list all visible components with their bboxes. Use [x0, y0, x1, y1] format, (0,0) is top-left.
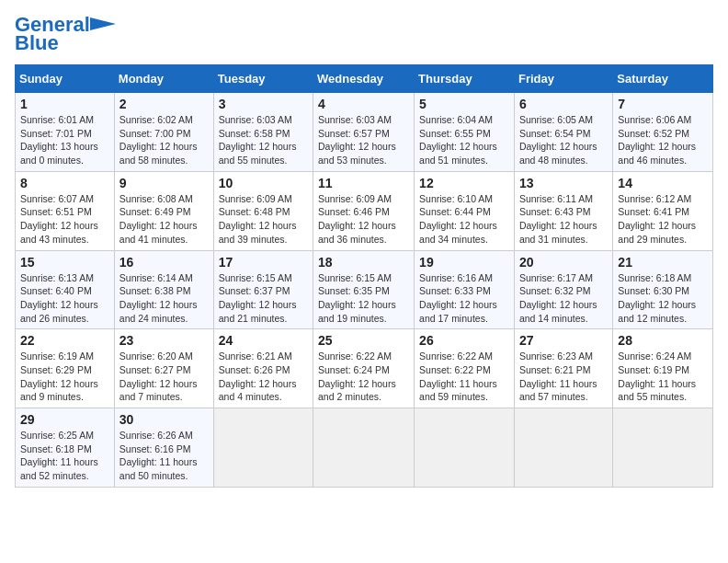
calendar-cell: 27Sunrise: 6:23 AMSunset: 6:21 PMDayligh… — [514, 329, 612, 408]
day-info: Sunrise: 6:20 AMSunset: 6:27 PMDaylight:… — [119, 350, 209, 404]
calendar-cell: 21Sunrise: 6:18 AMSunset: 6:30 PMDayligh… — [613, 250, 713, 329]
day-number: 19 — [419, 255, 509, 270]
calendar-cell: 23Sunrise: 6:20 AMSunset: 6:27 PMDayligh… — [114, 329, 213, 408]
day-number: 8 — [20, 176, 109, 190]
calendar-cell: 25Sunrise: 6:22 AMSunset: 6:24 PMDayligh… — [313, 329, 415, 408]
calendar-cell: 6Sunrise: 6:05 AMSunset: 6:54 PMDaylight… — [514, 93, 612, 172]
calendar-cell: 26Sunrise: 6:22 AMSunset: 6:22 PMDayligh… — [415, 329, 515, 408]
day-info: Sunrise: 6:02 AMSunset: 7:00 PMDaylight:… — [119, 113, 209, 167]
day-info: Sunrise: 6:26 AMSunset: 6:16 PMDaylight:… — [119, 429, 209, 483]
day-number: 4 — [318, 97, 409, 111]
day-number: 13 — [519, 176, 608, 190]
day-info: Sunrise: 6:08 AMSunset: 6:49 PMDaylight:… — [119, 192, 209, 247]
day-info: Sunrise: 6:25 AMSunset: 6:18 PMDaylight:… — [20, 429, 109, 483]
calendar-week-1: 8Sunrise: 6:07 AMSunset: 6:51 PMDaylight… — [16, 171, 713, 250]
calendar-cell: 24Sunrise: 6:21 AMSunset: 6:26 PMDayligh… — [213, 329, 313, 408]
calendar-cell: 28Sunrise: 6:24 AMSunset: 6:19 PMDayligh… — [613, 329, 713, 408]
day-info: Sunrise: 6:22 AMSunset: 6:24 PMDaylight:… — [318, 350, 409, 404]
day-number: 16 — [119, 255, 209, 270]
day-info: Sunrise: 6:06 AMSunset: 6:52 PMDaylight:… — [618, 113, 708, 167]
day-number: 27 — [519, 333, 608, 348]
day-number: 1 — [20, 97, 109, 111]
calendar-cell — [415, 408, 515, 488]
day-info: Sunrise: 6:22 AMSunset: 6:22 PMDaylight:… — [419, 350, 509, 404]
calendar-cell: 30Sunrise: 6:26 AMSunset: 6:16 PMDayligh… — [114, 408, 213, 488]
day-info: Sunrise: 6:17 AMSunset: 6:32 PMDaylight:… — [519, 271, 608, 326]
calendar-week-2: 15Sunrise: 6:13 AMSunset: 6:40 PMDayligh… — [16, 250, 713, 329]
header-saturday: Saturday — [613, 65, 713, 93]
day-number: 2 — [119, 97, 209, 111]
day-info: Sunrise: 6:18 AMSunset: 6:30 PMDaylight:… — [618, 271, 708, 326]
day-info: Sunrise: 6:24 AMSunset: 6:19 PMDaylight:… — [618, 350, 708, 404]
page-header: General Blue — [15, 15, 713, 55]
day-number: 14 — [618, 176, 708, 190]
calendar-cell: 10Sunrise: 6:09 AMSunset: 6:48 PMDayligh… — [213, 171, 313, 250]
day-number: 12 — [419, 176, 509, 190]
calendar-table: SundayMondayTuesdayWednesdayThursdayFrid… — [15, 64, 713, 488]
day-info: Sunrise: 6:01 AMSunset: 7:01 PMDaylight:… — [20, 113, 109, 167]
day-info: Sunrise: 6:09 AMSunset: 6:46 PMDaylight:… — [318, 192, 409, 247]
day-number: 10 — [219, 176, 308, 190]
calendar-cell: 5Sunrise: 6:04 AMSunset: 6:55 PMDaylight… — [415, 93, 515, 172]
calendar-cell: 7Sunrise: 6:06 AMSunset: 6:52 PMDaylight… — [613, 93, 713, 172]
day-info: Sunrise: 6:19 AMSunset: 6:29 PMDaylight:… — [20, 350, 109, 404]
calendar-cell — [514, 408, 612, 488]
calendar-week-4: 29Sunrise: 6:25 AMSunset: 6:18 PMDayligh… — [16, 408, 713, 488]
day-info: Sunrise: 6:10 AMSunset: 6:44 PMDaylight:… — [419, 192, 509, 247]
calendar-cell: 11Sunrise: 6:09 AMSunset: 6:46 PMDayligh… — [313, 171, 415, 250]
day-info: Sunrise: 6:09 AMSunset: 6:48 PMDaylight:… — [219, 192, 308, 247]
calendar-cell: 18Sunrise: 6:15 AMSunset: 6:35 PMDayligh… — [313, 250, 415, 329]
day-info: Sunrise: 6:05 AMSunset: 6:54 PMDaylight:… — [519, 113, 608, 167]
calendar-cell: 19Sunrise: 6:16 AMSunset: 6:33 PMDayligh… — [415, 250, 515, 329]
day-info: Sunrise: 6:23 AMSunset: 6:21 PMDaylight:… — [519, 350, 608, 404]
day-number: 26 — [419, 333, 509, 348]
day-number: 21 — [618, 255, 708, 270]
calendar-cell — [613, 408, 713, 488]
calendar-cell: 15Sunrise: 6:13 AMSunset: 6:40 PMDayligh… — [16, 250, 115, 329]
day-info: Sunrise: 6:15 AMSunset: 6:35 PMDaylight:… — [318, 271, 409, 326]
calendar-cell: 12Sunrise: 6:10 AMSunset: 6:44 PMDayligh… — [415, 171, 515, 250]
day-number: 30 — [119, 412, 209, 427]
day-number: 20 — [519, 255, 608, 270]
calendar-cell: 29Sunrise: 6:25 AMSunset: 6:18 PMDayligh… — [16, 408, 115, 488]
day-info: Sunrise: 6:04 AMSunset: 6:55 PMDaylight:… — [419, 113, 509, 167]
day-number: 24 — [219, 333, 308, 348]
day-number: 5 — [419, 97, 509, 111]
day-number: 28 — [618, 333, 708, 348]
day-info: Sunrise: 6:11 AMSunset: 6:43 PMDaylight:… — [519, 192, 608, 247]
calendar-cell: 8Sunrise: 6:07 AMSunset: 6:51 PMDaylight… — [16, 171, 115, 250]
header-monday: Monday — [114, 65, 213, 93]
day-info: Sunrise: 6:13 AMSunset: 6:40 PMDaylight:… — [20, 271, 109, 326]
day-number: 29 — [20, 412, 109, 427]
calendar-cell: 4Sunrise: 6:03 AMSunset: 6:57 PMDaylight… — [313, 93, 415, 172]
day-info: Sunrise: 6:14 AMSunset: 6:38 PMDaylight:… — [119, 271, 209, 326]
header-tuesday: Tuesday — [213, 65, 313, 93]
calendar-cell: 13Sunrise: 6:11 AMSunset: 6:43 PMDayligh… — [514, 171, 612, 250]
calendar-cell: 20Sunrise: 6:17 AMSunset: 6:32 PMDayligh… — [514, 250, 612, 329]
day-info: Sunrise: 6:16 AMSunset: 6:33 PMDaylight:… — [419, 271, 509, 326]
calendar-week-0: 1Sunrise: 6:01 AMSunset: 7:01 PMDaylight… — [16, 93, 713, 172]
logo: General Blue — [15, 15, 116, 55]
logo-icon — [90, 17, 116, 30]
day-number: 6 — [519, 97, 608, 111]
day-number: 9 — [119, 176, 209, 190]
calendar-cell: 17Sunrise: 6:15 AMSunset: 6:37 PMDayligh… — [213, 250, 313, 329]
day-info: Sunrise: 6:12 AMSunset: 6:41 PMDaylight:… — [618, 192, 708, 247]
day-number: 25 — [318, 333, 409, 348]
header-thursday: Thursday — [415, 65, 515, 93]
calendar-week-3: 22Sunrise: 6:19 AMSunset: 6:29 PMDayligh… — [16, 329, 713, 408]
day-number: 7 — [618, 97, 708, 111]
svg-marker-0 — [90, 17, 116, 30]
calendar-cell — [213, 408, 313, 488]
calendar-cell: 2Sunrise: 6:02 AMSunset: 7:00 PMDaylight… — [114, 93, 213, 172]
day-info: Sunrise: 6:03 AMSunset: 6:58 PMDaylight:… — [219, 113, 308, 167]
day-number: 22 — [20, 333, 109, 348]
day-info: Sunrise: 6:03 AMSunset: 6:57 PMDaylight:… — [318, 113, 409, 167]
day-info: Sunrise: 6:07 AMSunset: 6:51 PMDaylight:… — [20, 192, 109, 247]
calendar-cell: 16Sunrise: 6:14 AMSunset: 6:38 PMDayligh… — [114, 250, 213, 329]
day-info: Sunrise: 6:21 AMSunset: 6:26 PMDaylight:… — [219, 350, 308, 404]
calendar-cell: 9Sunrise: 6:08 AMSunset: 6:49 PMDaylight… — [114, 171, 213, 250]
calendar-cell: 3Sunrise: 6:03 AMSunset: 6:58 PMDaylight… — [213, 93, 313, 172]
calendar-cell: 22Sunrise: 6:19 AMSunset: 6:29 PMDayligh… — [16, 329, 115, 408]
calendar-header-row: SundayMondayTuesdayWednesdayThursdayFrid… — [16, 65, 713, 93]
